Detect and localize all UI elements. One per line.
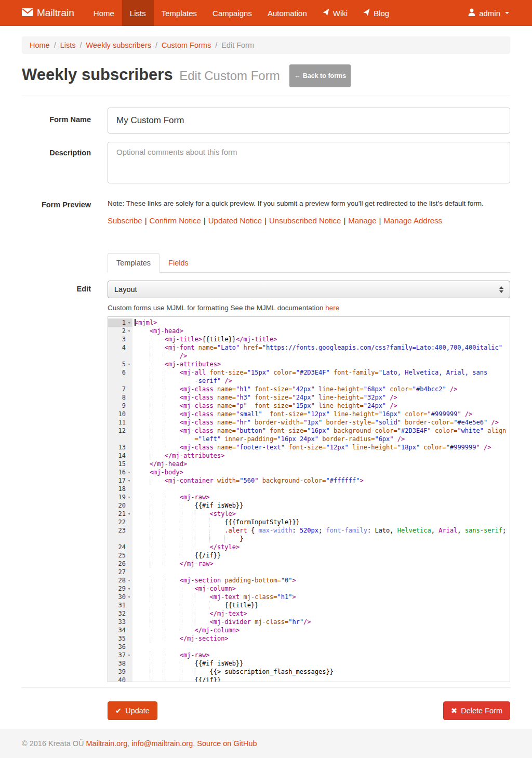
breadcrumb-separator: / xyxy=(155,41,157,49)
footer-link-mailtrain-org[interactable]: Mailtrain.org xyxy=(86,739,128,748)
editor-gutter-cell: 5▾ xyxy=(108,360,132,368)
preview-links: Subscribe|Confirm Notice|Updated Notice|… xyxy=(108,216,510,225)
tab-templates[interactable]: Templates xyxy=(108,253,159,273)
editor-gutter-cell: 22 xyxy=(108,518,132,526)
editor-gutter-cell: 2▾ xyxy=(108,327,132,335)
nav-item-wiki[interactable]: Wiki xyxy=(315,0,355,26)
page-subtitle: Edit Custom Form xyxy=(179,69,280,83)
send-icon xyxy=(363,9,370,18)
code-line: -serif" /> xyxy=(132,377,510,385)
description-textarea[interactable] xyxy=(108,142,510,183)
editor-gutter-cell: 18 xyxy=(108,485,132,493)
update-button[interactable]: ✔Update xyxy=(108,701,157,720)
footer-text: © 2016 Kreata OÜ Mailtrain.org, info@mai… xyxy=(14,739,518,748)
preview-link-updated-notice[interactable]: Updated Notice xyxy=(208,216,262,225)
preview-link-manage-address[interactable]: Manage Address xyxy=(383,216,442,225)
fold-arrow-icon[interactable]: ▾ xyxy=(126,593,132,601)
editor-gutter-cell: 13 xyxy=(108,443,132,451)
mjml-doc-link[interactable]: here xyxy=(325,304,339,312)
preview-link-manage[interactable]: Manage xyxy=(348,216,376,225)
line-number: 32 xyxy=(118,609,126,618)
line-number: 23 xyxy=(118,526,126,535)
editor-gutter-cell xyxy=(108,377,132,385)
divider xyxy=(22,687,510,688)
line-number: 35 xyxy=(118,634,126,643)
editor-row: 6<mj-all font-size="15px" color="#2D3E4F… xyxy=(108,368,510,377)
fold-arrow-icon[interactable]: ▾ xyxy=(126,327,132,335)
editor-row: 8<mj-class name="h3" font-size="24px" li… xyxy=(108,393,510,402)
fold-arrow-icon[interactable]: ▾ xyxy=(126,576,132,584)
line-number: 39 xyxy=(118,668,126,676)
fold-arrow-icon[interactable]: ▾ xyxy=(126,476,132,485)
editor-row: ="left" inner-padding="16px 24px" border… xyxy=(108,435,510,443)
editor-row: 16▾<mj-body> xyxy=(108,468,510,476)
form-preview-label: Form Preview xyxy=(22,199,91,225)
nav-item-campaigns[interactable]: Campaigns xyxy=(205,0,260,26)
editor-gutter-cell: 24 xyxy=(108,543,132,551)
editor-gutter-cell: 1▾ xyxy=(108,318,132,327)
navbar: Mailtrain HomeListsTemplatesCampaignsAut… xyxy=(0,0,532,26)
code-editor[interactable]: 1▾<mjml>2▾<mj-head>3<mj-title>{{title}}<… xyxy=(108,316,510,682)
code-line: <mj-head> xyxy=(132,327,510,335)
preview-link-unsubscribed-notice[interactable]: Unsubscribed Notice xyxy=(269,216,341,225)
preview-link-subscribe[interactable]: Subscribe xyxy=(108,216,142,225)
code-line: <style> xyxy=(132,510,510,518)
brand-link[interactable]: Mailtrain xyxy=(22,0,74,26)
editor-row: 36 xyxy=(108,643,510,651)
nav-item-templates[interactable]: Templates xyxy=(154,0,205,26)
form-name-input[interactable] xyxy=(108,108,510,134)
line-number: 16 xyxy=(118,468,126,476)
breadcrumb-link-lists[interactable]: Lists xyxy=(60,41,76,49)
back-to-forms-button[interactable]: ←Back to forms xyxy=(289,64,351,87)
line-number: 17 xyxy=(118,476,126,485)
line-number: 40 xyxy=(118,676,126,682)
tab-fields[interactable]: Fields xyxy=(159,253,197,273)
check-icon: ✔ xyxy=(115,707,122,715)
breadcrumb-link-weekly-subscribers[interactable]: Weekly subscribers xyxy=(86,41,151,49)
fold-arrow-icon[interactable]: ▾ xyxy=(126,360,132,368)
code-line: } xyxy=(132,535,510,543)
nav-item-home[interactable]: Home xyxy=(86,0,122,26)
editor-gutter-cell: 40 xyxy=(108,676,132,682)
line-number: 21 xyxy=(118,510,126,518)
line-number: 37 xyxy=(118,651,126,659)
editor-gutter-cell: 32 xyxy=(108,609,132,618)
nav-item-lists[interactable]: Lists xyxy=(122,0,154,26)
edit-template-select[interactable]: Layout xyxy=(108,281,510,298)
editor-gutter-cell: 12 xyxy=(108,427,132,435)
user-label: admin xyxy=(479,9,500,18)
line-number: 6 xyxy=(122,368,126,377)
code-line: {{{formInputStyle}}} xyxy=(132,518,510,526)
line-number: 19 xyxy=(118,493,126,501)
breadcrumb-link-custom-forms[interactable]: Custom Forms xyxy=(162,41,211,49)
code-line: /> xyxy=(132,352,510,360)
user-menu[interactable]: admin xyxy=(467,0,510,26)
tabs-row: TemplatesFields xyxy=(22,253,510,273)
preview-link-confirm-notice[interactable]: Confirm Notice xyxy=(150,216,201,225)
fold-arrow-icon[interactable]: ▾ xyxy=(126,318,132,327)
fold-arrow-icon[interactable]: ▾ xyxy=(126,468,132,476)
brand-label: Mailtrain xyxy=(37,7,74,19)
fold-arrow-icon[interactable]: ▾ xyxy=(126,584,132,593)
form-preview-row: Form Preview Note: These links are solel… xyxy=(22,199,510,225)
fold-arrow-icon[interactable]: ▾ xyxy=(126,651,132,659)
footer-link-source-on-github[interactable]: Source on GitHub xyxy=(197,739,257,748)
delete-form-button[interactable]: ✖Delete Form xyxy=(443,701,510,720)
description-row: Description xyxy=(22,142,510,185)
footer-link-info-mailtrain-org[interactable]: info@mailtrain.org xyxy=(131,739,193,748)
fold-arrow-icon[interactable]: ▾ xyxy=(126,493,132,501)
editor-row: 27 xyxy=(108,568,510,576)
editor-gutter-cell xyxy=(108,352,132,360)
editor-row: 18 xyxy=(108,485,510,493)
editor-row: 28▾<mj-section padding-bottom="0"> xyxy=(108,576,510,584)
code-line: {{title}} xyxy=(132,601,510,609)
arrow-left-icon: ← xyxy=(294,72,301,79)
breadcrumb-link-home[interactable]: Home xyxy=(30,41,50,49)
line-number: 24 xyxy=(118,543,126,551)
nav-item-blog[interactable]: Blog xyxy=(355,0,397,26)
code-line: <mj-class name="button" font-size="16px"… xyxy=(132,427,510,435)
fold-arrow-icon[interactable]: ▾ xyxy=(126,510,132,518)
editor-gutter-cell: 17▾ xyxy=(108,476,132,485)
line-number: 1 xyxy=(122,318,126,327)
nav-item-automation[interactable]: Automation xyxy=(260,0,315,26)
